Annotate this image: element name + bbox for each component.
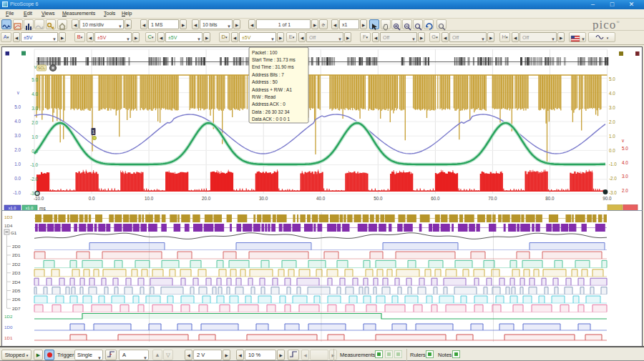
svg-text:2D2: 2D2	[12, 262, 21, 267]
svg-text:4.0: 4.0	[622, 160, 628, 165]
svg-text:5.0: 5.0	[622, 146, 628, 151]
svg-text:2D0: 2D0	[12, 244, 21, 249]
svg-text:Address ACK : 0: Address ACK : 0	[252, 102, 286, 107]
svg-text:60.0: 60.0	[431, 196, 440, 201]
svg-text:Data ACK : 0 0 0 1: Data ACK : 0 0 0 1	[252, 117, 290, 122]
svg-text:SCL: SCL	[38, 66, 46, 70]
svg-text:2.0: 2.0	[14, 147, 21, 152]
svg-text:G1: G1	[11, 230, 17, 235]
svg-text:-2.0: -2.0	[30, 177, 38, 182]
svg-text:0.0: 0.0	[31, 149, 38, 154]
svg-text:-1.0: -1.0	[13, 190, 21, 195]
svg-text:▼: ▼	[581, 37, 585, 41]
svg-text:v: v	[622, 138, 625, 143]
svg-text:2D5: 2D5	[12, 288, 21, 293]
svg-text:1D1: 1D1	[4, 335, 13, 340]
svg-text:4.0: 4.0	[31, 92, 38, 97]
svg-text:70.0: 70.0	[488, 196, 497, 201]
svg-text:Address + R/W : A1: Address + R/W : A1	[252, 87, 292, 92]
svg-text:2D6: 2D6	[12, 297, 21, 302]
svg-text:Address : 50: Address : 50	[252, 79, 278, 84]
svg-text:50.0: 50.0	[374, 196, 383, 201]
svg-text:2D3: 2D3	[12, 270, 21, 275]
svg-text:2D7: 2D7	[12, 306, 21, 311]
svg-text:-1.0: -1.0	[30, 162, 38, 167]
svg-text:2.0: 2.0	[609, 119, 615, 124]
svg-text:40.0: 40.0	[316, 196, 326, 201]
svg-text:Packet : 100: Packet : 100	[252, 50, 278, 55]
svg-text:1D2: 1D2	[4, 314, 13, 319]
svg-text:5.0: 5.0	[609, 76, 615, 81]
svg-text:3.0: 3.0	[14, 133, 21, 138]
svg-text:2.0: 2.0	[31, 120, 38, 125]
svg-text:2.0: 2.0	[622, 188, 628, 193]
svg-text:0.0: 0.0	[609, 148, 615, 153]
svg-text:-1.0: -1.0	[609, 162, 617, 167]
svg-text:-2.0: -2.0	[609, 176, 617, 181]
svg-text:-3.0: -3.0	[609, 190, 617, 195]
svg-text:2D1: 2D1	[12, 252, 21, 257]
svg-text:30.0: 30.0	[259, 196, 268, 201]
svg-text:1D3: 1D3	[4, 214, 13, 219]
svg-text:2D4: 2D4	[12, 280, 21, 285]
svg-text:3.0: 3.0	[609, 105, 615, 110]
svg-text:1: 1	[92, 129, 95, 134]
svg-text:20.0: 20.0	[202, 196, 211, 201]
svg-text:0.0: 0.0	[89, 196, 95, 201]
svg-text:80.0: 80.0	[545, 196, 555, 201]
svg-text:90.0: 90.0	[602, 196, 612, 201]
svg-text:Data : 26 30 32 34: Data : 26 30 32 34	[252, 109, 290, 114]
svg-text:0.0: 0.0	[14, 176, 21, 181]
svg-text:3.0: 3.0	[31, 106, 38, 111]
svg-text:v: v	[17, 90, 20, 95]
svg-text:1D0: 1D0	[4, 325, 13, 330]
svg-text:-10.0: -10.0	[34, 196, 44, 201]
svg-text:10.0: 10.0	[145, 196, 154, 201]
svg-text:5.0: 5.0	[14, 104, 21, 109]
svg-text:End Time : 31.90 ms: End Time : 31.90 ms	[252, 64, 294, 69]
svg-text:1D4: 1D4	[4, 223, 13, 228]
svg-text:1.0: 1.0	[609, 134, 615, 139]
svg-text:3.0: 3.0	[622, 174, 628, 179]
svg-text:Start Time : 31.73 ms: Start Time : 31.73 ms	[252, 57, 296, 62]
svg-text:Address Bits : 7: Address Bits : 7	[252, 72, 284, 77]
svg-text:4.0: 4.0	[14, 119, 21, 124]
svg-text:1.0: 1.0	[14, 162, 21, 167]
svg-text:R/W : Read: R/W : Read	[252, 94, 275, 99]
svg-text:1.0: 1.0	[31, 134, 38, 139]
svg-text:4.0: 4.0	[609, 91, 615, 96]
svg-text:5.0: 5.0	[31, 77, 38, 82]
